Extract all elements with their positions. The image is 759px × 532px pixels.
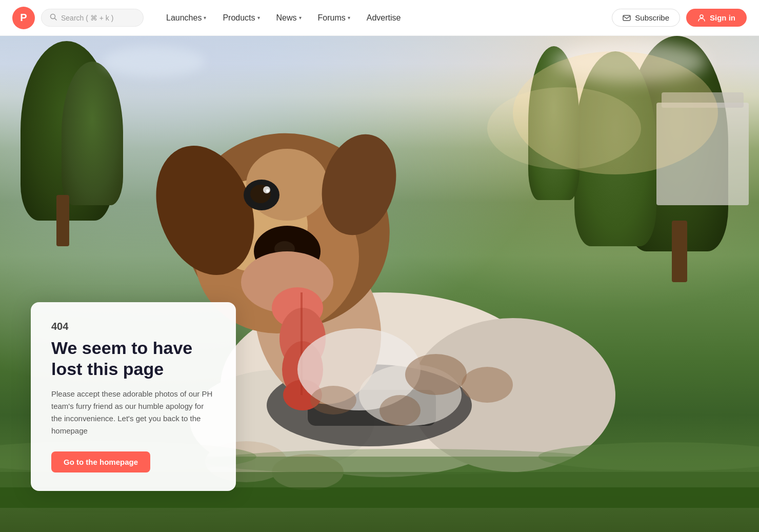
- svg-point-33: [310, 386, 356, 415]
- logo[interactable]: P: [12, 7, 35, 29]
- signin-icon: [697, 14, 706, 22]
- go-to-homepage-button[interactable]: Go to the homepage: [51, 451, 150, 472]
- error-card: 404 We seem to have lost this page Pleas…: [31, 302, 236, 491]
- header-actions: Subscribe Sign in: [612, 9, 747, 27]
- chevron-down-icon: ▾: [299, 15, 302, 21]
- subscribe-icon: [623, 14, 631, 22]
- chevron-down-icon: ▾: [204, 15, 206, 21]
- nav-advertise[interactable]: Advertise: [358, 9, 409, 27]
- nav-news[interactable]: News ▾: [268, 9, 310, 27]
- svg-line-1: [55, 18, 57, 21]
- svg-point-3: [700, 15, 703, 18]
- svg-point-32: [462, 367, 513, 403]
- svg-point-43: [487, 87, 641, 169]
- nav-products[interactable]: Products ▾: [214, 9, 268, 27]
- search-icon: [50, 13, 57, 22]
- hero-section: 404 We seem to have lost this page Pleas…: [0, 0, 759, 532]
- main-nav: Launches ▾ Products ▾ News ▾ Forums ▾ Ad…: [158, 9, 606, 27]
- nav-launches[interactable]: Launches ▾: [158, 9, 214, 27]
- chevron-down-icon: ▾: [348, 15, 350, 21]
- nav-forums[interactable]: Forums ▾: [310, 9, 358, 27]
- svg-point-31: [380, 395, 421, 426]
- header: P Search ( ⌘ + k ) Launches ▾ Products ▾…: [0, 0, 759, 36]
- svg-rect-2: [623, 15, 630, 21]
- subscribe-button[interactable]: Subscribe: [612, 9, 680, 27]
- error-description: Please accept these adorable photos of o…: [51, 388, 215, 437]
- chevron-down-icon: ▾: [257, 15, 260, 21]
- error-code: 404: [51, 321, 215, 332]
- svg-point-19: [266, 189, 269, 192]
- error-title: We seem to have lost this page: [51, 338, 215, 380]
- search-bar[interactable]: Search ( ⌘ + k ): [41, 9, 144, 27]
- search-placeholder-text: Search ( ⌘ + k ): [61, 14, 113, 22]
- svg-point-30: [405, 354, 467, 395]
- signin-button[interactable]: Sign in: [686, 9, 747, 27]
